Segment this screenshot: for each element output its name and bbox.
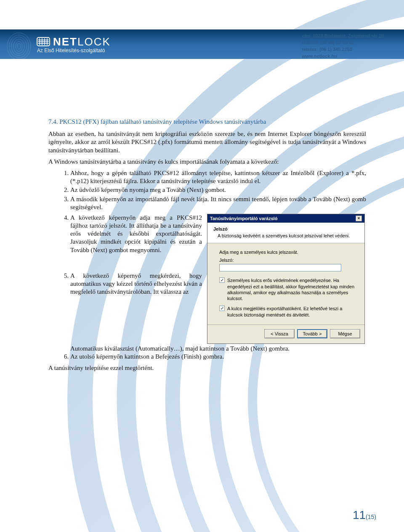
step-6: Az utolsó képernyőn kattintson a Befejez… bbox=[70, 353, 366, 361]
page-current: 11 bbox=[353, 508, 366, 521]
wizard-button-row: < Vissza Tovább > Mégse bbox=[207, 325, 364, 343]
wizard-body: Adja meg a személyes kulcs jelszavát. Je… bbox=[207, 243, 364, 325]
page-total: (15) bbox=[366, 513, 376, 520]
wizard-check1-text: Személyes kulcs erős védelmének engedély… bbox=[227, 277, 357, 301]
back-button[interactable]: < Vissza bbox=[264, 329, 295, 338]
checkbox-icon[interactable]: ✓ bbox=[219, 277, 225, 283]
svg-point-9 bbox=[16, 41, 22, 51]
step-4: A következő képernyőn adja meg a PKCS#12… bbox=[70, 214, 202, 254]
step-2: Az üdvözlő képernyőn nyomja meg a Tovább… bbox=[70, 186, 366, 194]
steps-list-cont2: A következő képernyő megkérdezi, hogy au… bbox=[48, 272, 202, 296]
wizard-check1-row[interactable]: ✓ Személyes kulcs erős védelmének engedé… bbox=[219, 277, 357, 301]
contact-address: cím: 1023 Budapest, Zsigmond tér 10. bbox=[302, 33, 385, 40]
document-body: 7.4. PKCS12 (PFX) fájlban található tanú… bbox=[48, 118, 366, 376]
close-icon[interactable]: × bbox=[356, 215, 362, 221]
svg-point-5 bbox=[7, 33, 31, 59]
wizard-field-label: Jelszó: bbox=[219, 257, 357, 263]
brand-bold: NET bbox=[53, 35, 77, 48]
step-1: Ahhoz, hogy a gépén található PKCS#12 ál… bbox=[70, 169, 366, 185]
wizard-titlebar: Tanúsítványimportáló varázsló × bbox=[207, 214, 364, 223]
wizard-head-title: Jelszó bbox=[213, 226, 359, 232]
contact-url[interactable]: www.netlock.hu bbox=[302, 53, 337, 59]
steps-list-cont3: Az utolsó képernyőn kattintson a Befejez… bbox=[48, 353, 366, 361]
header-contact: cím: 1023 Budapest, Zsigmond tér 10. tel… bbox=[302, 33, 385, 60]
paragraph-listintro: A Windows tanúsítványtárba a tanúsítvány… bbox=[48, 158, 366, 166]
brand-logo: NETLOCK Az Első Hitelesítés-szolgáltató bbox=[36, 35, 111, 53]
steps-list-cont1: A következő képernyőn adja meg a PKCS#12… bbox=[48, 214, 202, 254]
wizard-title-text: Tanúsítványimportáló varázsló bbox=[210, 215, 278, 221]
wizard-check2-row[interactable]: ✓ A kulcs megjelölés exportálhatóként. E… bbox=[219, 306, 357, 318]
next-button[interactable]: Tovább > bbox=[297, 329, 327, 338]
svg-point-6 bbox=[9, 35, 29, 58]
step-5a: A következő képernyő megkérdezi, hogy au… bbox=[70, 272, 202, 296]
cancel-button[interactable]: Mégse bbox=[330, 329, 360, 338]
paragraph-intro: Abban az esetben, ha tanúsítványát nem k… bbox=[48, 130, 366, 154]
svg-point-10 bbox=[17, 43, 21, 49]
wizard-password-input[interactable] bbox=[219, 264, 341, 271]
wizard-head-sub: A biztonság kedvéért a személyes kulcsot… bbox=[213, 233, 359, 239]
section-title: 7.4. PKCS12 (PFX) fájlban található tanú… bbox=[48, 118, 366, 126]
wizard-header-panel: Jelszó A biztonság kedvéért a személyes … bbox=[207, 223, 364, 243]
wizard-dialog: Tanúsítványimportáló varázsló × Jelszó A… bbox=[207, 214, 365, 344]
step-3: A második képernyőn az importálandó fájl… bbox=[70, 195, 366, 211]
page-number: 11(15) bbox=[353, 508, 376, 522]
brand-subtitle: Az Első Hitelesítés-szolgáltató bbox=[37, 48, 111, 53]
contact-phone: telefon: (06 40) 22 55 22 bbox=[302, 40, 385, 46]
wizard-body-label: Adja meg a személyes kulcs jelszavát. bbox=[219, 249, 357, 255]
step-5b: Automatikus kiválasztást (Automatically…… bbox=[48, 345, 366, 353]
logo-mark-icon bbox=[36, 36, 50, 48]
brand-thin: LOCK bbox=[77, 35, 111, 48]
paragraph-end: A tanúsítvány telepítése ezzel megtörtén… bbox=[48, 364, 366, 372]
contact-fax: telefax: (06 1) 345 2250 bbox=[302, 46, 385, 53]
steps-list: Ahhoz, hogy a gépén található PKCS#12 ál… bbox=[48, 169, 366, 211]
wizard-check2-text: A kulcs megjelölés exportálhatóként. Ez … bbox=[227, 306, 357, 318]
fingerprint-icon bbox=[4, 29, 34, 59]
checkbox-icon[interactable]: ✓ bbox=[219, 306, 225, 311]
